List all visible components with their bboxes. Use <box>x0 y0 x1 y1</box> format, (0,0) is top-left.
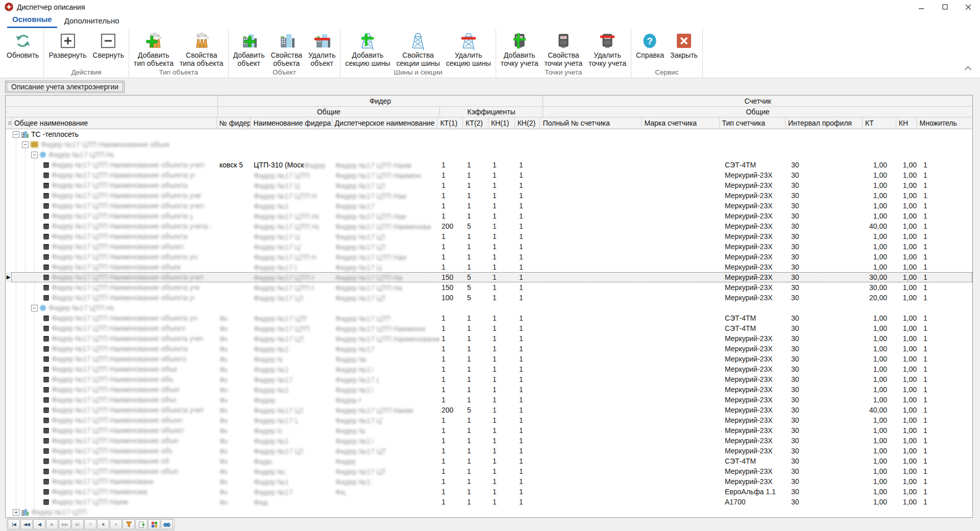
object-properties-button[interactable]: Свойства объекта <box>268 29 305 68</box>
nav-next-button[interactable]: ▶ <box>46 519 58 529</box>
collapse-all-button[interactable]: Свернуть <box>90 29 127 68</box>
add-bus-section-button[interactable]: Добавить секцию шины <box>342 29 393 68</box>
refresh-button[interactable]: Обновить <box>4 29 42 68</box>
feeder-row[interactable]: Фидер №17 ЦТП Наименование объекта учета… <box>6 282 972 293</box>
feeder-row[interactable]: Фидер №17 ЦТП Наименование объектФидеФид… <box>6 476 972 487</box>
tab-osnovnye[interactable]: Основные <box>7 13 57 28</box>
row-indicator-cell <box>6 374 11 384</box>
expand-all-button[interactable]: Развернуть <box>45 29 89 68</box>
column-header[interactable]: КТ(1) <box>437 117 462 129</box>
delete-metering-point-button[interactable]: Удалить точку учета <box>585 29 629 68</box>
feeder-row[interactable]: Фидер №17 ЦТП Наименование объекта учетФ… <box>6 446 972 456</box>
feeder-row[interactable]: Фидер №17 ЦТП Наименование объекта учета… <box>6 180 972 190</box>
feeder-row[interactable]: Фидер №17 ЦТП Наименование объекта учета… <box>6 344 972 354</box>
feeder-row[interactable]: Фидер №17 ЦТП Наименование объекта учета… <box>6 384 972 395</box>
nav-append-button[interactable]: ∗ <box>110 519 122 529</box>
feeder-row[interactable]: Фидер №17 ЦТП Наименование объекта учета… <box>6 313 972 323</box>
feeder-row[interactable]: Фидер №17 ЦТП Наименование объекта учета… <box>6 252 972 262</box>
feeder-row[interactable]: Фидер №17 ЦТП Наименование объекта учета… <box>6 221 972 231</box>
meter-type-cell: Меркурий-23Х <box>723 221 789 231</box>
feeder-name-cell: Фидер №17 ЦТП Наимен <box>252 282 333 293</box>
column-header[interactable]: Марка счетчика <box>641 117 719 129</box>
ribbon-collapse-button[interactable] <box>965 65 973 73</box>
nav-insert-button[interactable]: ∗ <box>97 519 109 529</box>
feeder-row[interactable]: Фидер №17 ЦТП Наименование объекта учета… <box>6 170 972 180</box>
feeder-row[interactable]: Фидер №17 ЦТП Наименование объекта учета… <box>6 160 972 170</box>
add-object-type-button[interactable]: Добавить тип объекта <box>131 29 177 68</box>
nav-prev-button[interactable]: ◀ <box>33 519 45 529</box>
feeder-row[interactable]: Фидер №17 ЦТП Наименование объекта учета… <box>6 354 972 364</box>
minimize-button[interactable] <box>910 0 933 14</box>
meter-type-cell <box>723 150 789 160</box>
column-header[interactable]: КН(2) <box>514 117 540 129</box>
bus-section-properties-button[interactable]: Свойства секции шины <box>393 29 443 68</box>
close-app-button[interactable]: Закрыть <box>667 29 701 68</box>
column-header[interactable]: Диспетчерское наименование <box>332 117 437 129</box>
feeder-row[interactable]: Фидер №17 ЦТП Наименование объекта учета… <box>6 395 972 405</box>
column-header[interactable]: КН(1) <box>488 117 514 129</box>
column-header[interactable]: КН <box>896 117 917 129</box>
tree-node-row[interactable]: +Фидер №17 ЦТП Наим <box>6 507 972 517</box>
column-header[interactable]: КТ(2) <box>462 117 488 129</box>
delete-bus-section-button[interactable]: Удалить секцию шины <box>443 29 494 68</box>
feeder-row[interactable]: Фидер №17 ЦТП Наименование объекта учеФи… <box>6 456 972 466</box>
column-header[interactable]: Интервал профиля <box>785 117 862 129</box>
feeder-row[interactable]: Фидер №17 ЦТП Наименование объекта учета… <box>6 323 972 333</box>
feeder-row[interactable]: Фидер №17 ЦТП Наименование объекта учета… <box>6 262 972 272</box>
kt-cell: 1,00 <box>867 252 900 262</box>
tree-node-row[interactable]: −Фидер №17 ЦТП Наименование объекта учет… <box>6 139 972 150</box>
tree-node-row[interactable]: −ТС -теплосеть <box>6 129 972 139</box>
nav-filter-button[interactable] <box>122 519 135 529</box>
add-object-button[interactable]: Добавить объект <box>230 29 268 68</box>
feeder-row[interactable]: Фидер №17 ЦТП Наименование объекта учета… <box>6 405 972 415</box>
column-header[interactable]: Общее наименование <box>11 117 216 129</box>
nav-next-page-button[interactable]: ▶▶ <box>59 519 71 529</box>
column-header[interactable]: Множитель <box>917 117 972 129</box>
feeder-row[interactable]: Фидер №17 ЦТП Наименование объекта учета… <box>6 436 972 446</box>
nav-find-button[interactable] <box>161 519 173 529</box>
nav-first-button[interactable]: |◀ <box>8 519 20 529</box>
kt-cell: 1,00 <box>867 466 900 476</box>
maximize-button[interactable] <box>933 0 957 14</box>
feeder-row[interactable]: Фидер №17 ЦТП НаименованиФидеФидер1111А1… <box>6 497 972 507</box>
feeder-row[interactable]: Фидер №17 ЦТП Наименование объекта учета… <box>6 415 972 425</box>
feeder-row[interactable]: Фидер №17 ЦТП Наименование объекта учета… <box>6 211 972 221</box>
feeder-row[interactable]: Фидер №17 ЦТП Наименование объеФидеФидер… <box>6 487 972 497</box>
collapse-toggle-icon[interactable]: − <box>31 152 38 158</box>
collapse-toggle-icon[interactable]: − <box>13 131 19 138</box>
feeder-row[interactable]: Фидер №17 ЦТП Наименование объекта учета… <box>6 466 972 476</box>
nav-prev-page-button[interactable]: ◀◀ <box>20 519 33 529</box>
column-header[interactable]: Полный № счетчика <box>540 117 641 129</box>
feeder-row[interactable]: Фидер №17 ЦТП Наименование объекта учета… <box>6 333 972 344</box>
feeder-row[interactable]: Фидер №17 ЦТП Наименование объекта учета… <box>6 201 972 211</box>
nav-last-button[interactable]: ▶| <box>71 519 84 529</box>
feeder-row[interactable]: Фидер №17 ЦТП Наименование объекта учета… <box>6 425 972 436</box>
object-type-properties-button[interactable]: Свойства типа объекта <box>177 29 227 68</box>
column-header[interactable]: КТ <box>862 117 896 129</box>
nav-post-button[interactable] <box>135 519 148 529</box>
delete-object-button[interactable]: Удалить объект <box>305 29 338 68</box>
tab-dopolnitelno[interactable]: Дополнительно <box>59 14 125 28</box>
column-header[interactable]: Тип счетчика <box>719 117 785 129</box>
collapse-toggle-icon[interactable]: − <box>22 141 29 148</box>
feeder-row[interactable]: Фидер №17 ЦТП Наименование объекта учета… <box>6 374 972 384</box>
help-button[interactable]: ? Справка <box>633 29 667 68</box>
tree-node-row[interactable]: −Фидер №17 ЦТП Наимено <box>6 150 972 160</box>
close-button[interactable] <box>957 0 980 14</box>
feeder-row[interactable]: ▶Фидер №17 ЦТП Наименование объекта учет… <box>6 272 972 282</box>
column-header[interactable]: Наименование фидера <box>250 117 331 129</box>
feeder-row[interactable]: Фидер №17 ЦТП Наименование объекта учета… <box>6 364 972 374</box>
expand-toggle-icon[interactable]: + <box>13 509 19 516</box>
feeder-row[interactable]: Фидер №17 ЦТП Наименование объекта учета… <box>6 293 972 303</box>
tree-node-row[interactable]: −Фидер №17 ЦТП Наимено <box>6 303 972 313</box>
column-header[interactable]: № фидера <box>216 117 251 129</box>
doc-tab[interactable]: Описание учета электроэнергии <box>5 81 125 93</box>
nav-refresh-button[interactable]: ↻ <box>84 519 96 529</box>
metering-point-properties-button[interactable]: Свойства точки учета <box>542 29 586 68</box>
add-metering-point-button[interactable]: Добавить точку учета <box>498 29 542 68</box>
nav-layout-button[interactable] <box>148 519 160 529</box>
collapse-toggle-icon[interactable]: − <box>31 305 38 311</box>
feeder-row[interactable]: Фидер №17 ЦТП Наименование объекта учета… <box>6 190 972 201</box>
feeder-row[interactable]: Фидер №17 ЦТП Наименование объекта учета… <box>6 242 972 252</box>
feeder-row[interactable]: Фидер №17 ЦТП Наименование объекта учета… <box>6 231 972 242</box>
